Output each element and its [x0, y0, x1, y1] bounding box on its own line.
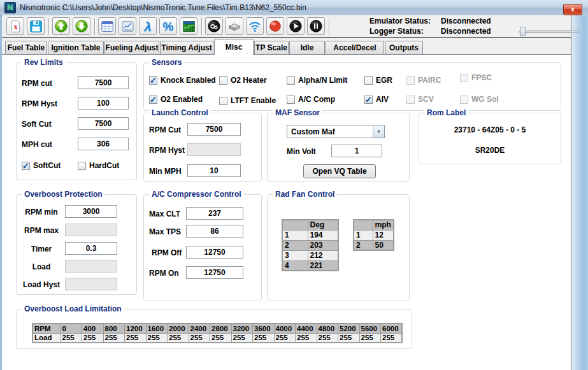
hardcut-checkbox[interactable]: HardCut: [78, 161, 119, 170]
tab-accel-decel[interactable]: Accel/Decel: [326, 41, 384, 54]
download-button[interactable]: [73, 17, 90, 35]
map-trace-button[interactable]: [180, 17, 197, 35]
aiv-checkbox[interactable]: AIV: [364, 95, 389, 104]
load-cell[interactable]: 255: [210, 333, 232, 343]
knock-enabled-checkbox[interactable]: Knock Enabled: [149, 76, 216, 85]
o2-heater-box[interactable]: [219, 76, 227, 85]
deg-cell[interactable]: 221: [308, 260, 338, 271]
rpm-cell[interactable]: 6000: [381, 324, 403, 333]
graph-view-button[interactable]: [118, 17, 136, 35]
knock-enabled-box[interactable]: [149, 76, 157, 85]
launch-rpm-cut-input[interactable]: [187, 123, 241, 136]
rpm-cell[interactable]: 800: [103, 324, 125, 333]
rpm-cell[interactable]: 2000: [168, 324, 189, 333]
log-speed-slider[interactable]: [519, 26, 578, 36]
launch-min-mph-input[interactable]: [187, 164, 241, 177]
rpm-cell[interactable]: 4800: [317, 324, 338, 333]
max-clt-input[interactable]: [186, 207, 243, 220]
lambda-view-button[interactable]: λ: [139, 17, 157, 35]
mph-cell[interactable]: 12: [373, 230, 394, 240]
load-cell[interactable]: 255: [82, 333, 104, 343]
load-cell[interactable]: 255: [296, 333, 317, 343]
rpm-cell[interactable]: 3600: [253, 324, 275, 333]
rpm-cell[interactable]: 3200: [231, 324, 253, 333]
load-cell[interactable]: 255: [317, 333, 338, 343]
load-cell[interactable]: 255: [146, 333, 168, 343]
rpm-cell[interactable]: 2800: [210, 324, 232, 333]
save-button[interactable]: [27, 17, 45, 35]
deg-cell[interactable]: 203: [308, 240, 338, 250]
deg-cell[interactable]: 194: [308, 230, 338, 240]
alpha-n-limit-checkbox[interactable]: Alpha/N Limit: [287, 76, 347, 85]
table-view-button[interactable]: [98, 17, 116, 35]
o2-enabled-box[interactable]: [149, 96, 157, 104]
ac-comp-box[interactable]: [287, 96, 295, 104]
document-x-button[interactable]: x: [6, 17, 24, 35]
aiv-box[interactable]: [364, 96, 373, 104]
rpm-cell[interactable]: 4400: [296, 324, 317, 333]
deg-cell[interactable]: 212: [308, 250, 338, 260]
min-volt-input[interactable]: [331, 145, 382, 157]
load-cell[interactable]: 255: [231, 333, 253, 343]
o2-heater-checkbox[interactable]: O2 Heater: [219, 76, 267, 85]
rpm-cell[interactable]: 4000: [274, 324, 296, 333]
softcut-checkbox[interactable]: SoftCut: [22, 161, 61, 170]
rpm-cell[interactable]: 1200: [125, 324, 147, 333]
rpm-on-input[interactable]: [186, 266, 243, 279]
slider-thumb[interactable]: [520, 27, 526, 36]
play-button[interactable]: [287, 17, 305, 35]
load-cell[interactable]: 255: [189, 333, 210, 343]
wireless-button[interactable]: [246, 17, 264, 35]
rpm-cell[interactable]: 1600: [146, 324, 168, 333]
tab-idle[interactable]: Idle: [289, 41, 325, 54]
ecu-device-button[interactable]: [226, 17, 243, 35]
load-cell[interactable]: 255: [359, 333, 381, 343]
ac-comp-checkbox[interactable]: A/C Comp: [287, 95, 335, 104]
tab-fueling-adjust[interactable]: Fueling Adjust: [104, 41, 159, 54]
softcut-checkbox-box[interactable]: [22, 162, 30, 170]
chevron-down-icon[interactable]: ▼: [373, 125, 384, 138]
max-tps-input[interactable]: [186, 225, 243, 238]
load-cell[interactable]: 255: [381, 333, 403, 343]
rpm-cell[interactable]: 0: [61, 324, 82, 333]
rpm-cell[interactable]: 5200: [338, 324, 360, 333]
rpm-cell[interactable]: 2400: [189, 324, 210, 333]
alpha-n-limit-box[interactable]: [287, 76, 295, 85]
rpm-cell[interactable]: 400: [82, 324, 104, 333]
percent-view-button[interactable]: %: [159, 17, 177, 35]
load-cell[interactable]: 255: [61, 333, 82, 343]
rpm-cut-input[interactable]: [78, 76, 129, 89]
timer-input[interactable]: [65, 242, 117, 255]
tab-ignition-table[interactable]: Ignition Table: [48, 41, 104, 54]
load-cell[interactable]: 255: [168, 333, 189, 343]
pause-button[interactable]: [307, 17, 325, 35]
soft-cut-input[interactable]: [78, 117, 129, 130]
open-vq-table-button[interactable]: Open VQ Table: [303, 164, 376, 178]
load-cell[interactable]: 255: [253, 333, 275, 343]
ltft-enable-checkbox[interactable]: LTFT Enable: [219, 96, 276, 105]
maf-select[interactable]: Custom Maf ▼: [287, 125, 385, 138]
tab-misc[interactable]: Misc: [214, 39, 254, 55]
load-cell[interactable]: 255: [125, 333, 147, 343]
rpm-off-input[interactable]: [186, 246, 243, 259]
ltft-enable-box[interactable]: [219, 97, 227, 105]
rpm-cell[interactable]: 5600: [359, 324, 381, 333]
upload-button[interactable]: [52, 17, 70, 35]
hardcut-checkbox-box[interactable]: [78, 162, 86, 170]
egr-checkbox[interactable]: EGR: [364, 76, 392, 85]
o2-enabled-checkbox[interactable]: O2 Enabled: [149, 95, 203, 104]
egr-box[interactable]: [364, 76, 373, 85]
tab-timing-adjust[interactable]: Timing Adjust: [160, 41, 213, 54]
mph-cut-input[interactable]: [78, 138, 129, 150]
close-button[interactable]: x: [563, 4, 582, 15]
load-cell[interactable]: 255: [103, 333, 125, 343]
rpm-min-input[interactable]: [65, 205, 117, 218]
tab-tp-scale[interactable]: TP Scale: [254, 41, 289, 54]
tab-outputs[interactable]: Outputs: [385, 41, 423, 54]
record-button[interactable]: [266, 17, 284, 35]
tab-fuel-table[interactable]: Fuel Table: [5, 41, 47, 54]
load-cell[interactable]: 255: [274, 333, 296, 343]
mph-cell[interactable]: 50: [373, 240, 394, 250]
consult-button[interactable]: [205, 17, 223, 35]
load-cell[interactable]: 255: [338, 333, 360, 343]
